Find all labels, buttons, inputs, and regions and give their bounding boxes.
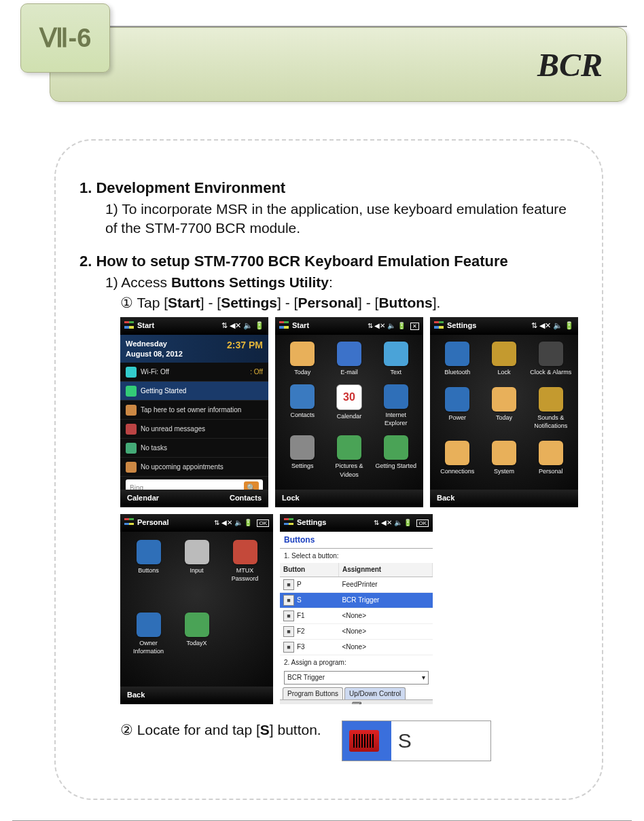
col-assignment: Assignment bbox=[338, 563, 432, 577]
app-icon-personal: Personal bbox=[529, 441, 573, 482]
row-label: No tasks bbox=[141, 443, 167, 453]
windows-flag-icon bbox=[284, 518, 293, 528]
app-glyph bbox=[137, 613, 161, 637]
assign-value: BCR Trigger bbox=[287, 673, 325, 682]
app-icon-contacts: Contacts bbox=[281, 384, 325, 431]
app-glyph bbox=[492, 441, 516, 465]
row-right: : Off bbox=[250, 367, 263, 377]
app-glyph bbox=[539, 387, 563, 412]
search-placeholder: Bing bbox=[130, 484, 143, 490]
ok-button: OK bbox=[257, 519, 269, 527]
app-label: E-mail bbox=[340, 368, 358, 376]
app-grid: ButtonsInputMTUX PasswordOwner Informati… bbox=[120, 532, 273, 687]
wm-softkeys: Back bbox=[430, 490, 578, 507]
app-icon-bluetooth: Bluetooth bbox=[435, 342, 480, 383]
app-glyph bbox=[539, 441, 563, 465]
row-label: No upcoming appointments bbox=[141, 462, 223, 472]
st1-b3: Personal bbox=[298, 295, 358, 310]
step1: ① Tap [Start] - [Settings] - [Personal] … bbox=[79, 293, 578, 312]
app-icon-today: Today bbox=[281, 342, 325, 380]
app-glyph bbox=[445, 441, 469, 465]
app-label: Getting Started bbox=[375, 462, 416, 470]
wm-titlebar: Settings ⇅ ◀✕ 🔈 🔋 OK bbox=[280, 514, 433, 532]
buttons-table: Button Assignment ■PFeedPrinter■SBCR Tri… bbox=[280, 563, 433, 655]
col-button: Button bbox=[280, 563, 338, 577]
hw-button-icon: ■ bbox=[283, 579, 294, 590]
hw-button-icon: ■ bbox=[283, 642, 294, 653]
screenshot-personal: Personal ⇅ ◀✕ 🔈 🔋 OK ButtonsInputMTUX Pa… bbox=[120, 514, 273, 704]
row-label: Wi-Fi: Off bbox=[141, 367, 169, 377]
screenshot-start-grid: Start ⇅ ◀✕ 🔈 🔋 ✕ TodayE-mailTextContacts… bbox=[275, 317, 423, 507]
app-grid: TodayE-mailTextContacts30CalendarInterne… bbox=[275, 335, 423, 490]
hw-button-icon: ■ bbox=[283, 595, 294, 606]
app-icon-settings: Settings bbox=[281, 435, 325, 482]
row-label: Getting Started bbox=[141, 386, 186, 396]
st1-p: ① Tap [ bbox=[120, 295, 168, 310]
row-icon bbox=[126, 386, 137, 397]
app-label: Input bbox=[190, 566, 203, 574]
row-icon bbox=[126, 367, 137, 378]
app-icon-buttons: Buttons bbox=[126, 540, 171, 606]
wm-titlebar: Start ⇅ ◀✕ 🔈 🔋 bbox=[120, 317, 268, 335]
step2-row: ② Locate for and tap [S] button. S bbox=[79, 720, 578, 761]
button-cell: ■F1 bbox=[280, 608, 338, 623]
screenshot-settings-grid: Settings ⇅ ◀✕ 🔈 🔋 BluetoothLockClock & A… bbox=[430, 317, 578, 507]
page-header: BCR Ⅶ-6 bbox=[0, 0, 644, 112]
screenshot-buttons-settings: Settings ⇅ ◀✕ 🔈 🔋 OK Buttons 1. Select a… bbox=[280, 514, 433, 704]
bar-title: Settings bbox=[447, 321, 476, 331]
app-glyph bbox=[445, 387, 469, 412]
button-cell: ■S bbox=[280, 592, 338, 608]
app-label: Lock bbox=[497, 368, 510, 376]
sip-keyboard-bar: ⌨ bbox=[280, 699, 433, 704]
windows-flag-icon bbox=[434, 321, 444, 331]
app-glyph: 30 bbox=[336, 384, 362, 410]
softkey-left: Back bbox=[437, 493, 454, 503]
app-icon-internet-explorer: Internet Explorer bbox=[374, 384, 418, 431]
section1-item1: 1) To incorporate MSR in the application… bbox=[79, 200, 578, 238]
app-glyph bbox=[137, 540, 161, 564]
table-row: ■SBCR Trigger bbox=[280, 592, 433, 608]
app-glyph bbox=[290, 435, 315, 460]
assignment-cell: <None> bbox=[338, 608, 432, 623]
home-time: 2:37 PM bbox=[227, 339, 263, 359]
wm-titlebar: Personal ⇅ ◀✕ 🔈 🔋 OK bbox=[120, 514, 273, 532]
app-label: Bluetooth bbox=[444, 368, 470, 376]
title-bar: BCR bbox=[50, 27, 627, 102]
section2-item1: 1) Access Buttons Settings Utility: bbox=[79, 273, 578, 292]
app-icon-e-mail: E-mail bbox=[327, 342, 372, 380]
home-row: Getting Started bbox=[120, 382, 268, 401]
app-icon-calendar: 30Calendar bbox=[327, 384, 372, 431]
st1-s1: ] - [ bbox=[200, 295, 221, 310]
document-page: BCR Ⅶ-6 1. Development Environment 1) To… bbox=[0, 0, 644, 821]
app-label: Settings bbox=[291, 462, 314, 470]
app-glyph bbox=[384, 435, 408, 460]
home-body: Wednesday August 08, 2012 2:37 PM Wi-Fi:… bbox=[120, 335, 268, 490]
home-rows: Wi-Fi: Off: OffGetting StartedTap here t… bbox=[120, 363, 268, 477]
softkey-left: Back bbox=[127, 690, 145, 700]
app-icon-power: Power bbox=[435, 387, 480, 437]
app-icon-todayx: TodayX bbox=[174, 613, 219, 678]
app-label: Owner Information bbox=[126, 639, 171, 655]
tab-bar: Program Buttons Up/Down Control bbox=[280, 687, 433, 700]
assignment-cell: <None> bbox=[338, 639, 432, 655]
app-glyph bbox=[337, 435, 361, 460]
app-icon-input: Input bbox=[174, 540, 219, 606]
app-label: Today bbox=[496, 414, 512, 422]
app-label: Clock & Alarms bbox=[530, 368, 571, 376]
button-cell: ■F3 bbox=[280, 639, 338, 655]
search-row: Bing 🔍 bbox=[126, 479, 263, 489]
app-glyph bbox=[539, 342, 563, 366]
screenshots-row-2: Personal ⇅ ◀✕ 🔈 🔋 OK ButtonsInputMTUX Pa… bbox=[79, 514, 578, 704]
app-label: TodayX bbox=[186, 639, 207, 647]
s1-text: To incorporate MSR in the application, u… bbox=[105, 201, 567, 236]
button-cell: ■P bbox=[280, 577, 338, 592]
home-row: Wi-Fi: Off: Off bbox=[120, 363, 268, 382]
app-glyph bbox=[185, 540, 209, 564]
windows-flag-icon bbox=[279, 321, 289, 331]
section2-heading: 2. How to setup STM-7700 BCR Keyboard Em… bbox=[79, 251, 578, 272]
app-glyph bbox=[337, 342, 361, 366]
table-row: ■PFeedPrinter bbox=[280, 577, 433, 592]
home-row: Tap here to set owner information bbox=[120, 401, 268, 420]
assign-dropdown: BCR Trigger ▾ bbox=[284, 671, 429, 685]
st1-s2: ] - [ bbox=[277, 295, 298, 310]
